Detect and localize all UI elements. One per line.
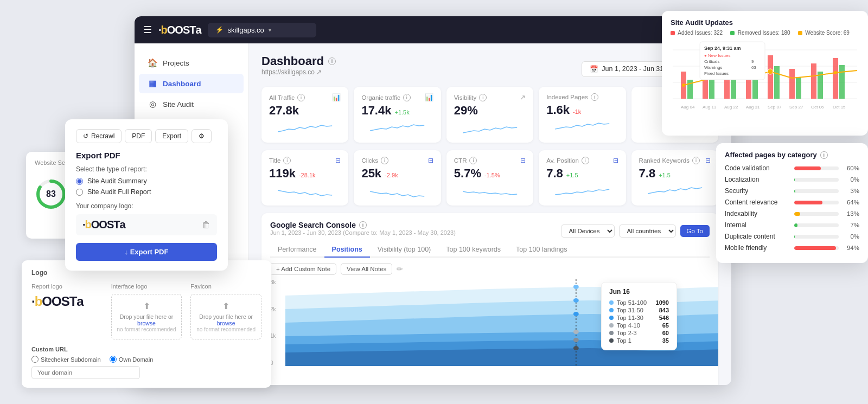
add-note-button[interactable]: + Add Custom Note	[270, 263, 336, 275]
audit-legend: Added Issues: 322 Removed Issues: 180 We…	[671, 30, 859, 36]
lightning-icon: ⚡	[215, 26, 224, 34]
tab-top100-landings[interactable]: Top 100 landings	[508, 242, 575, 258]
url-radio-row: Sitecheker Subdomain Own Domain	[31, 356, 261, 363]
interface-upload-box[interactable]: ⬆ Drop your file here or browse no forma…	[111, 294, 182, 339]
export-pdf-button[interactable]: ↓ Export PDF	[76, 243, 217, 261]
favicon-upload-box[interactable]: ⬆ Drop your file here or browse no forma…	[190, 294, 261, 339]
notes-icon[interactable]: ✏	[397, 265, 403, 273]
affected-bar-bg-4	[794, 212, 839, 216]
metric-clicks: Clicks i ⊟ 25k -2.9k	[354, 150, 441, 206]
affected-row-3: Content relevance 64%	[725, 198, 859, 206]
gsc-info-icon[interactable]: i	[359, 221, 367, 229]
visibility-info-icon[interactable]: i	[479, 94, 487, 101]
filter-icon2[interactable]: ⊟	[428, 157, 433, 164]
affected-row-6: Duplicate content 0%	[725, 233, 859, 240]
export-button[interactable]: Export	[155, 129, 188, 143]
url-text: skillgaps.co	[228, 26, 264, 34]
export-option-summary[interactable]: Site Audit Summary	[76, 177, 217, 185]
sidebar-item-label: Site Audit	[163, 100, 194, 108]
tab-top100-keywords[interactable]: Top 100 keywords	[438, 242, 508, 258]
report-logo-label: Report logo	[31, 283, 103, 290]
gsc-chart-actions: + Add Custom Note View All Notes ✏	[270, 263, 710, 275]
trend-icon3: ↗	[520, 93, 526, 101]
svg-text:Sep 27: Sep 27	[789, 105, 803, 110]
affected-pct-5: 7%	[843, 222, 859, 228]
tab-visibility[interactable]: Visibility (top 100)	[370, 242, 438, 258]
affected-bar-bg-0	[794, 166, 839, 170]
menu-icon[interactable]: ☰	[143, 24, 152, 36]
country-select[interactable]: All countries US UK	[619, 225, 676, 238]
sidebar-item-dashboard[interactable]: ▦ Dashboard	[139, 74, 244, 93]
view-notes-button[interactable]: View All Notes	[341, 263, 392, 275]
metric-organic-traffic: Organic traffic i 📊 17.4k +1.5k	[354, 87, 441, 143]
gsc-title: Google Search Console i	[270, 221, 456, 229]
tooltip-val-4: 60	[662, 330, 669, 336]
filter-icon3[interactable]: ⊟	[520, 157, 526, 164]
trend-icon2: 📊	[425, 93, 433, 101]
url-bar[interactable]: ⚡ skillgaps.co ▾	[208, 23, 316, 37]
metric-av-position: Av. Position i ⊟ 7.8 +1.5	[539, 150, 626, 206]
ctr-value: 5.7%	[454, 166, 481, 181]
favicon-label: Favicon	[190, 283, 261, 290]
ranked-wave	[639, 184, 711, 199]
ranked-info-icon[interactable]: i	[692, 157, 700, 164]
sidebar-item-projects[interactable]: 🏠 Projects	[139, 53, 244, 73]
tooltip-row-0: Top 51-100 1090	[609, 299, 669, 306]
tooltip-label-4: Top 2-3	[617, 330, 659, 336]
svg-point-5	[573, 338, 579, 342]
export-option-full[interactable]: Site Audit Full Report	[76, 188, 217, 196]
gsc-subtitle: Jun 1, 2023 - Jun 30, 2023 (Compare to: …	[270, 229, 456, 236]
organic-info-icon[interactable]: i	[403, 94, 411, 101]
goto-button[interactable]: Go To	[680, 225, 710, 237]
svg-rect-20	[833, 58, 838, 99]
affected-pct-0: 60%	[843, 165, 859, 171]
pdf-button[interactable]: PDF	[125, 129, 152, 143]
visibility-wave	[454, 121, 526, 136]
tab-performance[interactable]: Performance	[270, 242, 324, 258]
dashboard-info-icon[interactable]: i	[328, 57, 336, 65]
audit-chart: Sep 24, 9:31 am ● New Issues Criticals 9…	[671, 39, 859, 112]
affected-pct-1: 0%	[843, 176, 859, 183]
settings-button[interactable]: ⚙	[192, 129, 212, 143]
all-traffic-value: 27.8k	[269, 104, 299, 118]
filter-icon[interactable]: ⊟	[335, 157, 341, 164]
own-domain-radio[interactable]: Own Domain	[110, 356, 154, 363]
favicon-upload-icon: ⬆	[195, 301, 257, 311]
legend-added: Added Issues: 322	[671, 30, 723, 36]
affected-bar-0	[794, 166, 821, 170]
tab-positions[interactable]: Positions	[324, 242, 370, 258]
ctr-wave	[454, 184, 526, 199]
sitechecker-radio[interactable]: Sitecheker Subdomain	[31, 356, 101, 363]
domain-input[interactable]	[31, 366, 140, 379]
app-logo: ·bOOSΤa	[158, 24, 201, 36]
filter-icon4[interactable]: ⊟	[613, 157, 618, 164]
legend-removed-dot	[730, 31, 735, 35]
tooltip-val-3: 65	[662, 322, 669, 329]
metrics-row-1: All Traffic i 📊 27.8k Organic traffic i …	[261, 87, 718, 143]
svg-text:Aug 31: Aug 31	[746, 105, 760, 110]
title-info-icon[interactable]: i	[283, 157, 291, 164]
affected-bar-6	[794, 235, 795, 239]
logo-panel-row: Report logo ·bOOSΤa Interface logo ⬆ Dro…	[31, 283, 261, 339]
recrawl-button[interactable]: ↺ ↺ Recrawl Recrawl	[76, 129, 122, 143]
all-traffic-info-icon[interactable]: i	[297, 94, 305, 101]
svg-point-29	[682, 84, 685, 87]
filter-icon5[interactable]: ⊟	[705, 157, 711, 164]
indexed-info-icon[interactable]: i	[591, 93, 598, 101]
svg-text:Fixed Issues: Fixed Issues	[704, 71, 729, 76]
metric-title: Title i ⊟ 119k -28.1k	[261, 150, 348, 206]
tooltip-val-0: 1090	[656, 299, 669, 306]
favicon-col: Favicon ⬆ Drop your file here or browse …	[190, 283, 261, 339]
recrawl-icon: ↺	[83, 132, 88, 140]
affected-bar-7	[794, 246, 836, 250]
svg-text:● New Issues: ● New Issues	[704, 53, 730, 58]
device-select[interactable]: All Devices Mobile Desktop	[561, 225, 615, 238]
audit-icon: ◎	[148, 99, 157, 109]
ctr-info-icon[interactable]: i	[469, 157, 477, 164]
avpos-info-icon[interactable]: i	[582, 157, 589, 164]
sidebar-item-site-audit[interactable]: ◎ Site Audit	[139, 94, 244, 114]
clicks-info-icon[interactable]: i	[381, 157, 388, 164]
affected-info-icon[interactable]: i	[820, 151, 828, 159]
delete-logo-icon[interactable]: 🗑	[202, 220, 210, 230]
svg-text:Aug 22: Aug 22	[724, 105, 738, 110]
